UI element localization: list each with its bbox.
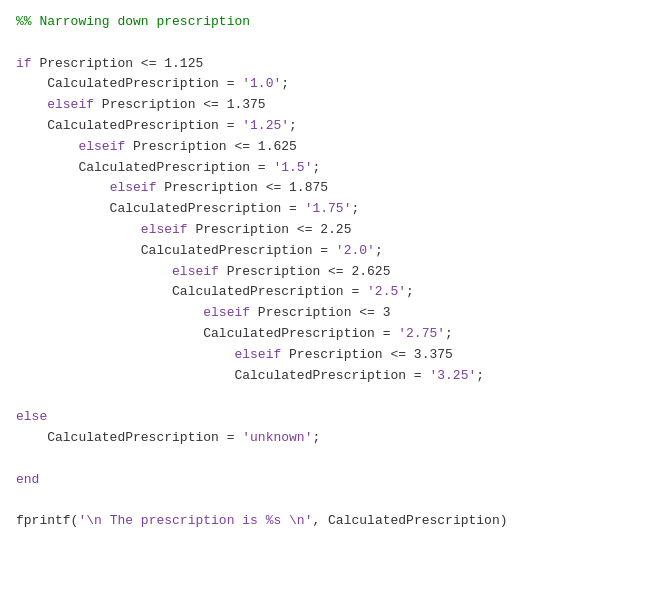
code-text <box>16 305 203 320</box>
code-text: Prescription <= 1.625 <box>125 139 297 154</box>
code-line: elseif Prescription <= 2.625 <box>16 262 652 283</box>
string-val: 'unknown' <box>242 430 312 445</box>
code-line: CalculatedPrescription = '1.0'; <box>16 74 652 95</box>
string-val: '1.75' <box>305 201 352 216</box>
code-text <box>16 97 47 112</box>
code-text: CalculatedPrescription = <box>16 201 305 216</box>
keyword-elseif: elseif <box>47 97 94 112</box>
code-text <box>16 222 141 237</box>
code-text: Prescription <= 1.125 <box>32 56 204 71</box>
keyword-if: if <box>16 56 32 71</box>
code-text: ; <box>351 201 359 216</box>
empty-line <box>16 449 652 470</box>
code-text: fprintf( <box>16 513 78 528</box>
code-line: CalculatedPrescription = '2.0'; <box>16 241 652 262</box>
code-container: %% Narrowing down prescription if Prescr… <box>0 0 668 600</box>
code-line: CalculatedPrescription = '2.5'; <box>16 282 652 303</box>
string-val: '1.25' <box>242 118 289 133</box>
code-text: Prescription <= 2.625 <box>219 264 391 279</box>
string-val: '2.0' <box>336 243 375 258</box>
code-text: CalculatedPrescription = <box>16 430 242 445</box>
empty-line <box>16 33 652 54</box>
comment-line: %% Narrowing down prescription <box>16 12 652 33</box>
code-text: CalculatedPrescription = <box>16 368 429 383</box>
code-line: end <box>16 470 652 491</box>
code-text: CalculatedPrescription = <box>16 76 242 91</box>
string-val: '\n The prescription is %s \n' <box>78 513 312 528</box>
string-val: '1.0' <box>242 76 281 91</box>
code-line: CalculatedPrescription = '1.75'; <box>16 199 652 220</box>
keyword-elseif: elseif <box>172 264 219 279</box>
code-text <box>16 180 110 195</box>
code-text: ; <box>312 160 320 175</box>
code-text: CalculatedPrescription = <box>16 326 398 341</box>
code-line: elseif Prescription <= 1.875 <box>16 178 652 199</box>
code-line: CalculatedPrescription = '2.75'; <box>16 324 652 345</box>
string-val: '2.5' <box>367 284 406 299</box>
keyword-else: else <box>16 409 47 424</box>
code-line: elseif Prescription <= 2.25 <box>16 220 652 241</box>
keyword-elseif: elseif <box>110 180 157 195</box>
code-text: Prescription <= 3 <box>250 305 390 320</box>
code-text: , CalculatedPrescription) <box>312 513 507 528</box>
code-text: Prescription <= 1.875 <box>156 180 328 195</box>
code-text: ; <box>406 284 414 299</box>
code-line: elseif Prescription <= 3.375 <box>16 345 652 366</box>
code-text: ; <box>281 76 289 91</box>
code-line: fprintf('\n The prescription is %s \n', … <box>16 511 652 532</box>
code-text: ; <box>476 368 484 383</box>
code-text: ; <box>375 243 383 258</box>
code-text <box>16 139 78 154</box>
code-line: else <box>16 407 652 428</box>
code-text: ; <box>312 430 320 445</box>
keyword-elseif: elseif <box>78 139 125 154</box>
string-val: '1.5' <box>273 160 312 175</box>
code-text <box>16 264 172 279</box>
code-text: Prescription <= 3.375 <box>281 347 453 362</box>
code-line: elseif Prescription <= 1.375 <box>16 95 652 116</box>
string-val: '2.75' <box>398 326 445 341</box>
code-line: CalculatedPrescription = '1.5'; <box>16 158 652 179</box>
code-text: CalculatedPrescription = <box>16 118 242 133</box>
code-line: CalculatedPrescription = '1.25'; <box>16 116 652 137</box>
code-text: ; <box>445 326 453 341</box>
empty-line <box>16 386 652 407</box>
keyword-elseif: elseif <box>234 347 281 362</box>
code-text <box>16 347 234 362</box>
code-text: Prescription <= 2.25 <box>188 222 352 237</box>
code-line: CalculatedPrescription = '3.25'; <box>16 366 652 387</box>
code-line: if Prescription <= 1.125 <box>16 54 652 75</box>
code-text: CalculatedPrescription = <box>16 284 367 299</box>
code-line: elseif Prescription <= 3 <box>16 303 652 324</box>
code-text: CalculatedPrescription = <box>16 243 336 258</box>
string-val: '3.25' <box>429 368 476 383</box>
code-line: CalculatedPrescription = 'unknown'; <box>16 428 652 449</box>
code-text: Prescription <= 1.375 <box>94 97 266 112</box>
code-text: ; <box>289 118 297 133</box>
empty-line <box>16 490 652 511</box>
keyword-elseif: elseif <box>203 305 250 320</box>
code-line: elseif Prescription <= 1.625 <box>16 137 652 158</box>
keyword-elseif: elseif <box>141 222 188 237</box>
code-text: CalculatedPrescription = <box>16 160 273 175</box>
keyword-end: end <box>16 472 39 487</box>
